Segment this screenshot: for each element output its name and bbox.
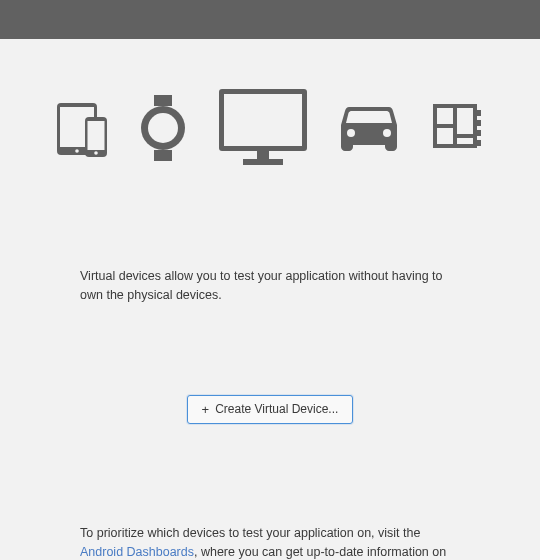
svg-point-5: [94, 151, 98, 155]
footer-prefix: To prioritize which devices to test your…: [80, 526, 420, 540]
svg-rect-11: [224, 94, 302, 146]
svg-rect-20: [457, 138, 473, 144]
svg-rect-24: [477, 140, 481, 146]
create-virtual-device-button[interactable]: +Create Virtual Device...: [187, 395, 354, 424]
monitor-icon: [219, 89, 307, 167]
watch-icon: [139, 95, 187, 161]
svg-rect-17: [437, 108, 453, 124]
svg-point-9: [148, 113, 178, 143]
device-icons-row: [0, 89, 540, 167]
car-icon: [339, 103, 399, 153]
svg-rect-22: [477, 120, 481, 126]
svg-rect-23: [477, 130, 481, 136]
svg-rect-18: [457, 108, 473, 134]
svg-point-15: [383, 129, 391, 137]
svg-rect-21: [477, 110, 481, 116]
svg-rect-13: [243, 159, 283, 165]
main-content: Virtual devices allow you to test your a…: [0, 39, 540, 560]
phone-tablet-icon: [57, 97, 107, 159]
description-text: Virtual devices allow you to test your a…: [70, 267, 470, 305]
svg-point-2: [75, 149, 79, 153]
svg-rect-6: [154, 95, 172, 106]
svg-rect-12: [257, 151, 269, 159]
svg-rect-4: [88, 121, 105, 150]
android-dashboards-link[interactable]: Android Dashboards: [80, 545, 194, 559]
svg-rect-7: [154, 150, 172, 161]
svg-rect-19: [437, 128, 453, 144]
plus-icon: +: [202, 402, 210, 417]
top-header-bar: [0, 0, 540, 39]
svg-point-14: [347, 129, 355, 137]
footer-text: To prioritize which devices to test your…: [70, 524, 470, 560]
create-button-label: Create Virtual Device...: [215, 402, 338, 416]
things-icon: [431, 102, 483, 154]
